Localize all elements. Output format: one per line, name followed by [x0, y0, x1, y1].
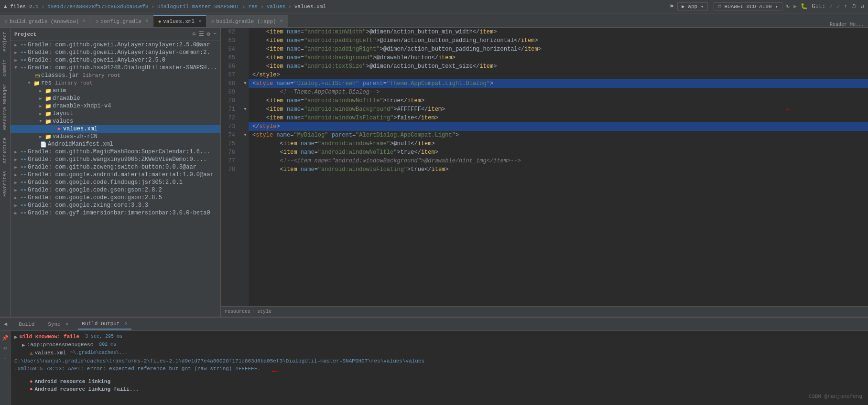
folder-icon: 📁: [44, 103, 53, 109]
tree-label: Gradle: com.gyf.immersionbar:immersionba…: [28, 210, 210, 216]
tree-label: Gradle: com.github.MagicMashRoom:SuperCa…: [28, 149, 210, 155]
tree-label: classes.jar library root: [41, 72, 120, 79]
tree-item-anylayer-common[interactable]: ▶ ▪▪ Gradle: com.github.goweii.AnyLayer:…: [11, 49, 220, 56]
tree-item-values-zh[interactable]: ▶ 📁 values-zh-rCN: [11, 133, 220, 140]
tree-arrow: ▶: [12, 195, 19, 201]
build-fail-label: uild KnowNow: faile: [20, 334, 79, 340]
tab-close[interactable]: ×: [280, 19, 283, 24]
sync-close[interactable]: ×: [65, 322, 68, 327]
tree-item-gson-285[interactable]: ▶ ▪▪ Gradle: com.google.code.gson:gson:2…: [11, 194, 220, 202]
build-item-path2[interactable]: .xml:68:5-73:13: AAPT: error: expected r…: [14, 365, 864, 378]
stripe-commit[interactable]: Commit: [1, 55, 9, 80]
tab-values-xml[interactable]: ◈ values.xml ×: [153, 15, 206, 27]
tree-item-material[interactable]: ▶ ▪▪ Gradle: com.google.android.material…: [11, 171, 220, 179]
git-check2[interactable]: ✓: [836, 3, 840, 10]
tree-item-classes-jar[interactable]: 🗃 classes.jar library root: [11, 72, 220, 79]
tree-arrow: ▶: [12, 58, 19, 63]
git-history[interactable]: ⏲: [851, 3, 857, 10]
tree-arrow: ▶: [37, 111, 44, 117]
tree-item-zxing[interactable]: ▶ ▪▪ Gradle: com.google.zxing:core:3.3.3: [11, 202, 220, 209]
tab-close[interactable]: ×: [198, 19, 201, 24]
settings-icon[interactable]: ⚙: [207, 31, 210, 38]
tab-build[interactable]: Build: [15, 320, 38, 329]
gradle-icon: ⚙: [96, 19, 98, 24]
tree-item-anylayer[interactable]: ▶ ▪▪ Gradle: com.github.goweii.AnyLayer:…: [11, 41, 220, 49]
build-item-process[interactable]: ▶ :app:processDebugResc 802 ms: [14, 341, 864, 349]
device-dropdown[interactable]: ☐ HUAWEI DCO-AL00 ▾: [714, 2, 782, 11]
build-item-error1[interactable]: ● Android resource linking: [14, 378, 864, 385]
red-arrow-71: ←: [786, 105, 792, 113]
tree-item-manifest[interactable]: 📄 AndroidManifest.xml: [11, 140, 220, 148]
tree-item-res[interactable]: ▼ 📁 res library root: [11, 79, 220, 87]
run-config-dropdown[interactable]: ▶ app ▾: [677, 2, 708, 11]
tree-label: drawable: [53, 95, 80, 102]
fold-71[interactable]: ▼: [242, 105, 249, 114]
fold-70: [242, 96, 249, 105]
tab-close[interactable]: ×: [145, 19, 148, 24]
tree-item-dialogutil[interactable]: ▼ ▪▪ Gradle: com.github.hss01248.DialogU…: [11, 64, 220, 72]
tab-build-gradle-app[interactable]: ⚙ build.gradle (:app) ×: [206, 15, 288, 27]
tree-item-immersionbar[interactable]: ▶ ▪▪ Gradle: com.gyf.immersionbar:immers…: [11, 209, 220, 217]
tree-item-gson-282[interactable]: ▶ ▪▪ Gradle: com.google.code.gson:gson:2…: [11, 186, 220, 194]
fold-gutter: ▼ ▼ ▼: [242, 28, 249, 306]
git-revert[interactable]: ↺: [861, 3, 864, 10]
expand-icon[interactable]: ◀: [4, 320, 7, 328]
breadcrumb-res[interactable]: res: [248, 4, 258, 10]
cog-icon[interactable]: ⚙: [3, 345, 7, 351]
tab-build-gradle-knownow[interactable]: ⚙ build.gradle (KnowNow) ×: [0, 15, 91, 27]
minimize-icon[interactable]: −: [213, 31, 217, 38]
tree-item-findbugs[interactable]: ▶ ▪▪ Gradle: com.google.code.findbugs:js…: [11, 179, 220, 186]
scroll-end-icon[interactable]: ↓: [3, 355, 7, 361]
process-label: :app:processDebugResc: [27, 342, 94, 348]
tree-label: anim: [53, 87, 66, 94]
stripe-structure[interactable]: Structure: [1, 134, 9, 167]
gradle-pkg-icon: ▪▪: [19, 164, 28, 170]
layout-icon[interactable]: ☰: [199, 31, 204, 38]
tree-item-values[interactable]: ▼ 📁 values: [11, 117, 220, 125]
stripe-favorites[interactable]: Favorites: [1, 167, 9, 201]
buildout-close[interactable]: ×: [125, 321, 128, 327]
gradle-pkg-icon: ▪▪: [19, 172, 28, 178]
tree-arrow: ▶: [12, 203, 19, 208]
tree-item-anylayer-2[interactable]: ▶ ▪▪ Gradle: com.github.goweii.AnyLayer:…: [11, 56, 220, 64]
tab-build-output[interactable]: Build Output ×: [78, 319, 131, 330]
refresh-icon[interactable]: ↻: [786, 3, 790, 10]
tree-label: res library root: [41, 80, 93, 86]
git-check[interactable]: ✓: [829, 3, 833, 10]
tree-item-drawable[interactable]: ▶ 📁 drawable: [11, 95, 220, 102]
breadcrumb-dialogutil[interactable]: DialogUtil-master-SNAPSHOT: [157, 4, 239, 10]
tab-config-gradle[interactable]: ⚙ config.gradle ×: [91, 15, 153, 27]
build-header-item[interactable]: ▶ uild KnowNow: faile 3 sec, 295 ms: [14, 333, 864, 341]
breadcrumb-hash[interactable]: d9e1d77e4a80028f171c863d6ba05ef3: [47, 4, 148, 10]
run-icon[interactable]: ▶: [793, 3, 797, 10]
tree-item-zkwebview[interactable]: ▶ ▪▪ Gradle: com.github.wangxinyu9005:ZK…: [11, 156, 220, 163]
tree-item-drawable-xhdpi[interactable]: ▶ 📁 drawable-xhdpi-v4: [11, 102, 220, 110]
fold-68[interactable]: ▼: [242, 79, 249, 88]
top-bar-actions: ⚑ ▶ app ▾ ☐ HUAWEI DCO-AL00 ▾ ↻ ▶ 🐛 Git:…: [670, 2, 864, 11]
code-editor[interactable]: <item name="android:minWidth">@dimen/act…: [249, 28, 868, 306]
git-push[interactable]: ↑: [844, 3, 847, 10]
tab-sync[interactable]: Sync ×: [44, 320, 72, 329]
reader-mode-label[interactable]: Reader Mo...: [830, 22, 864, 27]
stripe-project[interactable]: Project: [1, 28, 9, 55]
tree-item-supercalendar[interactable]: ▶ ▪▪ Gradle: com.github.MagicMashRoom:Su…: [11, 148, 220, 156]
build-item-error2[interactable]: ● Android resource linking faili...: [14, 385, 864, 393]
pin-icon[interactable]: 📌: [2, 335, 9, 341]
breadcrumb-file[interactable]: values.xml: [294, 4, 326, 10]
build-item-values[interactable]: ⚠ values.xml ~\.gradle\caches\...: [14, 349, 864, 357]
tree-item-anim[interactable]: ▶ 📁 anim: [11, 87, 220, 95]
tab-close[interactable]: ×: [83, 19, 86, 24]
add-icon[interactable]: ⊕: [192, 31, 195, 38]
stripe-resource-manager[interactable]: Resource Manager: [1, 80, 9, 134]
breadcrumb-values[interactable]: values: [267, 4, 286, 10]
fold-74[interactable]: ▼: [242, 131, 249, 139]
values-icon: ⚠: [30, 350, 33, 356]
debug-icon[interactable]: 🐛: [801, 3, 808, 10]
build-item-path1[interactable]: C:\Users\nanju\.gradle\caches\transforms…: [14, 357, 864, 365]
code-line-68: <style name="Dialog.FullScreen" parent="…: [249, 79, 868, 88]
line-num-70: 70: [221, 96, 238, 105]
tree-item-layout[interactable]: ▶ 📁 layout: [11, 110, 220, 117]
tree-item-switchbutton[interactable]: ▶ ▪▪ Gradle: com.github.zcweng:switch-bu…: [11, 163, 220, 171]
tree-item-values-xml[interactable]: ● values.xml: [11, 125, 220, 133]
gradle-pkg-icon: ▪▪: [19, 210, 28, 216]
